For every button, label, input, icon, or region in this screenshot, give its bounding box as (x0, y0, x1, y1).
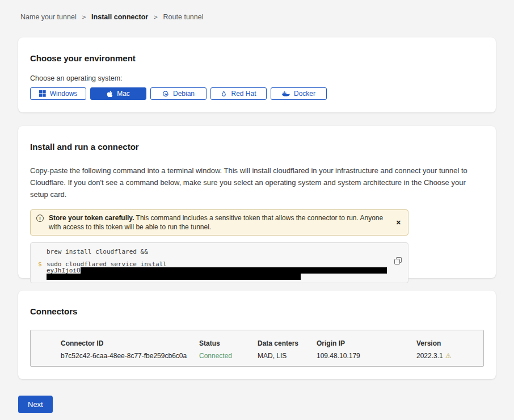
column-header-connector-id: Connector ID (61, 339, 199, 347)
apple-logo-icon (107, 90, 113, 98)
token-warning-banner: ! Store your token carefully. This comma… (30, 209, 408, 236)
warning-text: Store your token carefully. This command… (49, 213, 389, 232)
redacted-token-bar (47, 274, 301, 280)
connectors-card-title: Connectors (30, 306, 484, 316)
breadcrumb-separator: > (154, 14, 157, 20)
install-description: Copy-paste the following command into a … (30, 165, 484, 200)
install-card-title: Install and run a connector (30, 142, 484, 152)
os-button-label: Debian (173, 90, 195, 98)
status-badge: Connected (199, 352, 258, 360)
os-button-label: Windows (50, 90, 78, 98)
origin-ip-value: 109.48.10.179 (317, 352, 416, 360)
column-header-origin-ip: Origin IP (317, 339, 416, 347)
redacted-token-bar (81, 267, 387, 274)
os-button-docker[interactable]: Docker (271, 87, 327, 100)
os-button-row: Windows Mac Debian Red Hat Docker (30, 87, 484, 100)
environment-card-title: Choose your environment (30, 53, 484, 63)
install-connector-card: Install and run a connector Copy-paste t… (18, 126, 496, 278)
next-button[interactable]: Next (18, 396, 53, 413)
breadcrumb: Name your tunnel > Install connector > R… (0, 0, 514, 21)
warning-triangle-icon: ⚠ (445, 352, 452, 360)
command-line-2: $sudo cloudflared service install (39, 261, 400, 267)
data-centers-value: MAD, LIS (258, 352, 317, 360)
os-button-debian[interactable]: Debian (150, 87, 207, 100)
version-value: 2022.3.1⚠ (416, 352, 483, 360)
copy-icon (394, 258, 402, 266)
copy-command-button[interactable] (394, 257, 402, 266)
breadcrumb-step-install-connector[interactable]: Install connector (91, 13, 148, 21)
redhat-logo-icon (221, 90, 227, 98)
breadcrumb-step-name-your-tunnel[interactable]: Name your tunnel (20, 13, 77, 21)
breadcrumb-step-route-tunnel[interactable]: Route tunnel (163, 13, 204, 21)
os-button-label: Red Hat (231, 90, 256, 98)
docker-logo-icon (282, 91, 290, 97)
column-header-status: Status (199, 339, 258, 347)
column-header-data-centers: Data centers (258, 339, 317, 347)
breadcrumb-separator: > (82, 14, 86, 20)
debian-logo-icon (162, 90, 169, 97)
alert-circle-icon: ! (36, 215, 44, 222)
os-button-windows[interactable]: Windows (30, 87, 86, 100)
os-button-label: Mac (117, 90, 130, 98)
install-command-block: brew install cloudflared && $sudo cloudf… (30, 242, 408, 283)
shell-prompt: $ (38, 261, 42, 267)
windows-logo-icon (39, 90, 46, 97)
os-button-label: Docker (294, 90, 315, 98)
close-icon[interactable]: ✕ (396, 220, 401, 226)
connector-id-value: b7c52c42-6caa-48ee-8c77-fbe259cb6c0a (61, 352, 199, 360)
choose-environment-card: Choose your environment Choose an operat… (18, 37, 496, 112)
command-line-1: brew install cloudflared && (39, 249, 400, 255)
command-token-line-2 (39, 274, 400, 280)
operating-system-label: Choose an operating system: (30, 74, 484, 82)
command-token-line: eyJhIjoiO (39, 267, 400, 274)
os-button-redhat[interactable]: Red Hat (210, 87, 267, 100)
os-button-mac[interactable]: Mac (90, 87, 146, 100)
connectors-table-row: Connector ID b7c52c42-6caa-48ee-8c77-fbe… (30, 330, 484, 367)
column-header-version: Version (416, 339, 483, 347)
connectors-card: Connectors Connector ID b7c52c42-6caa-48… (18, 291, 496, 379)
warning-title: Store your token carefully. (49, 214, 134, 222)
